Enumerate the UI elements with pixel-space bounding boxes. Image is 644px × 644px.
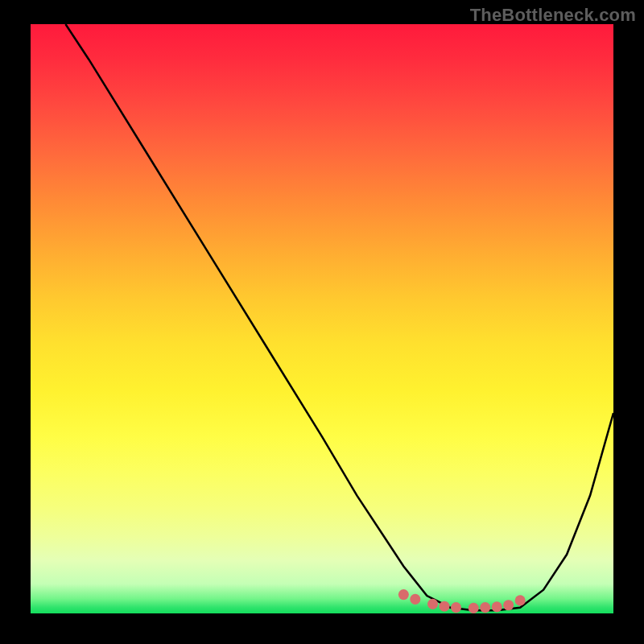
highlight-dot <box>398 589 409 600</box>
highlight-dot <box>410 594 420 605</box>
highlight-dot <box>427 599 438 609</box>
watermark-label: TheBottleneck.com <box>470 5 636 26</box>
highlight-dot <box>503 600 514 610</box>
highlight-dot <box>451 602 461 613</box>
plot-area <box>31 24 613 613</box>
curve-line <box>65 24 613 610</box>
highlight-dot <box>515 595 526 605</box>
highlight-dot <box>469 603 479 613</box>
chart-container: TheBottleneck.com <box>0 0 644 644</box>
chart-svg <box>31 24 613 613</box>
highlight-dot <box>492 601 502 612</box>
highlight-dot <box>440 601 450 612</box>
highlight-dot <box>480 602 490 613</box>
